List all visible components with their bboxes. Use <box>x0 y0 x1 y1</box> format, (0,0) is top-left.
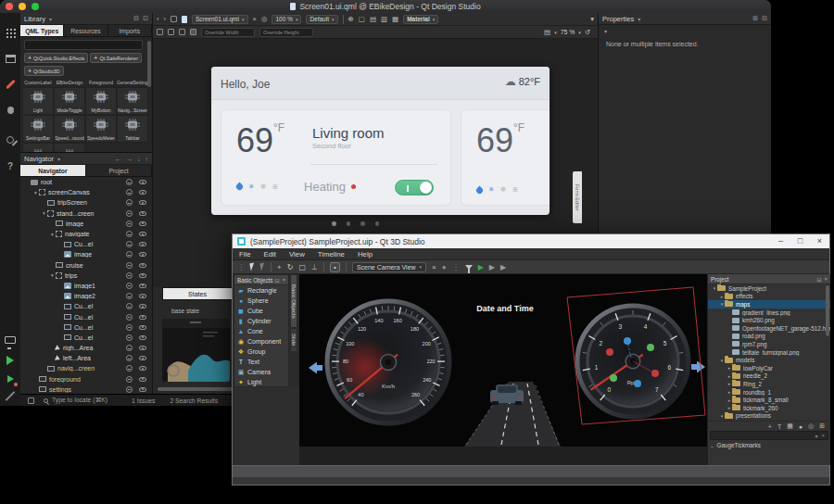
visibility-icon[interactable] <box>139 315 146 320</box>
export-icon[interactable] <box>126 324 133 331</box>
heating-toggle[interactable] <box>395 180 434 195</box>
navigator-item-left-Area[interactable]: left...Area <box>20 353 152 363</box>
library-component-Tabbar[interactable]: Tabbar <box>117 115 148 143</box>
export-icon[interactable] <box>126 376 133 383</box>
export-icon[interactable] <box>126 210 133 217</box>
minimize-button[interactable]: – <box>771 234 790 248</box>
float-panel-icon[interactable]: ⊡ <box>143 15 148 22</box>
move-tool-icon[interactable]: + <box>277 263 282 271</box>
visibility-icon[interactable] <box>139 221 146 226</box>
visibility-icon[interactable] <box>139 346 146 350</box>
zoom-caret-icon-2[interactable]: ▾ <box>578 30 581 35</box>
lock-icon[interactable] <box>171 16 177 22</box>
library-scrollbar[interactable] <box>147 41 151 87</box>
navigator-item-root[interactable]: root <box>20 177 152 187</box>
import-button-1[interactable]: +QtQuick.Studio.Effects <box>24 53 88 63</box>
basic-objects-header[interactable]: Basic Objects ⊡× <box>234 275 288 285</box>
menu-timeline[interactable]: Timeline <box>311 250 351 258</box>
add-state-icon[interactable]: ⊕ <box>348 15 354 23</box>
project-item-presentations[interactable]: ▾presentations <box>708 412 830 421</box>
project-item-roundbg-1[interactable]: ▸roundbg_1 <box>708 388 830 397</box>
expander-icon[interactable]: ▾ <box>49 232 56 237</box>
close-panel-icon[interactable]: ⊟ <box>762 15 767 22</box>
visibility-icon[interactable] <box>139 284 146 288</box>
navigator-item-navig-creen[interactable]: navig...creen <box>20 363 152 373</box>
page-dot[interactable] <box>332 221 336 226</box>
menu-edit[interactable]: Edit <box>258 250 283 258</box>
basic-object-group[interactable]: ❖Group <box>234 346 288 357</box>
visibility-icon[interactable] <box>139 356 146 360</box>
navigator-item-Cu-el[interactable]: Cu...el <box>20 333 152 343</box>
output-pane-button-2[interactable]: 2 Search Results <box>170 397 218 404</box>
viewer-play-button[interactable]: ▶ <box>500 263 506 271</box>
navigator-item-stand-creen[interactable]: ▾stand...creen <box>20 208 152 219</box>
close-panel-icon[interactable]: × <box>824 276 828 283</box>
library-component-SettingsBar[interactable]: SettingsBar <box>22 115 54 143</box>
import-button-2[interactable]: +Qt.SafeRenderer <box>90 53 142 63</box>
layout-grid-icon[interactable]: ▦ <box>392 15 398 23</box>
export-icon[interactable] <box>126 293 133 299</box>
expander-icon[interactable]: ▾ <box>41 210 47 216</box>
navigator-item-tripScreen[interactable]: tripScreen <box>20 197 152 208</box>
rotate-tool-icon[interactable]: ↻ <box>287 263 294 271</box>
document-selector[interactable]: Screen01.ui.qml▾ <box>192 15 248 24</box>
run-button[interactable] <box>4 354 17 367</box>
add-image-icon[interactable]: ▦ <box>787 422 793 430</box>
scale-tool-icon[interactable]: ▢ <box>298 263 306 271</box>
expander-icon[interactable]: ▾ <box>49 272 56 278</box>
heat-waves-icon[interactable]: ≋ <box>512 186 518 194</box>
project-scrollbar[interactable] <box>826 285 829 336</box>
remote-preview-button[interactable]: ▶ <box>489 263 495 271</box>
expander-icon[interactable]: ▾ <box>32 190 39 195</box>
project-item-rpm7-png[interactable]: rpm7.png <box>708 340 830 348</box>
navigator-item-trips[interactable]: ▾trips <box>20 271 152 281</box>
library-component-MyButton[interactable]: MyButton <box>85 87 117 115</box>
project-item-telltale-turnsignal-png[interactable]: telltale_turnsignal.png <box>708 348 830 357</box>
export-icon[interactable] <box>126 220 133 227</box>
target-icon[interactable]: ◎ <box>261 15 268 23</box>
project-item-effects[interactable]: ▸effects <box>708 293 830 301</box>
back-icon[interactable]: ‹ <box>157 15 159 23</box>
library-panel-header[interactable]: Library▾ ⊟ ⊡ <box>20 13 152 25</box>
export-icon[interactable] <box>126 231 133 237</box>
library-component-Speed...round[interactable]: Speed...round <box>54 115 85 143</box>
visibility-icon[interactable] <box>139 325 146 330</box>
visibility-icon[interactable] <box>139 304 146 309</box>
tab-basic-objects[interactable]: Basic Objects <box>290 274 297 328</box>
zoom-selector[interactable]: 100 %▾ <box>272 15 301 24</box>
fan-icon[interactable]: ✳ <box>248 183 255 191</box>
slide-list-item[interactable]: ⌄ GaugeTickmarks <box>710 442 761 448</box>
project-item-Ring-2[interactable]: ▸Ring_2 <box>708 380 830 388</box>
build-button[interactable] <box>4 389 17 402</box>
project-item-road-png[interactable]: road.png <box>708 333 830 341</box>
basic-object-cylinder[interactable]: ▮Cylinder <box>234 316 288 326</box>
visibility-icon[interactable] <box>139 377 146 382</box>
axis-mode-icon[interactable]: ⊥ <box>311 263 318 271</box>
navigator-item-image2[interactable]: image2 <box>20 291 152 301</box>
export-icon[interactable] <box>126 189 133 195</box>
project-item-needle-2[interactable]: ▸needle_2 <box>708 372 830 381</box>
reset-zoom-icon[interactable]: ↺ <box>585 28 590 36</box>
help-mode-icon[interactable]: ? <box>4 159 17 172</box>
visibility-icon[interactable] <box>139 273 146 278</box>
next-arrow-icon[interactable] <box>691 361 705 373</box>
navigator-item-Cu-el[interactable]: Cu...el <box>20 322 152 333</box>
snap-toggle-button[interactable]: • <box>330 262 340 272</box>
library-component-SpeedoMeter[interactable]: SpeedoMeter <box>85 115 117 143</box>
export-icon[interactable] <box>126 355 133 361</box>
heat-waves-icon[interactable]: ≋ <box>272 183 278 191</box>
add-model-icon[interactable]: ◎ <box>808 422 814 430</box>
move-right-icon[interactable]: → <box>126 156 133 162</box>
override-height-field[interactable]: Override Height <box>259 28 313 37</box>
locator-mode-icon[interactable] <box>28 397 34 404</box>
room-card-right[interactable]: 69°F ✳ ❄ ≋ <box>461 109 550 206</box>
snap-icon-2[interactable] <box>168 29 174 35</box>
visibility-icon[interactable] <box>139 211 146 216</box>
export-icon[interactable] <box>126 386 133 393</box>
clear-filter-icon[interactable]: × <box>821 433 825 439</box>
visibility-icon[interactable] <box>139 335 146 340</box>
visibility-icon[interactable] <box>139 387 146 392</box>
visibility-icon[interactable] <box>139 366 146 371</box>
export-icon[interactable] <box>126 365 133 372</box>
export-icon[interactable] <box>126 334 133 341</box>
